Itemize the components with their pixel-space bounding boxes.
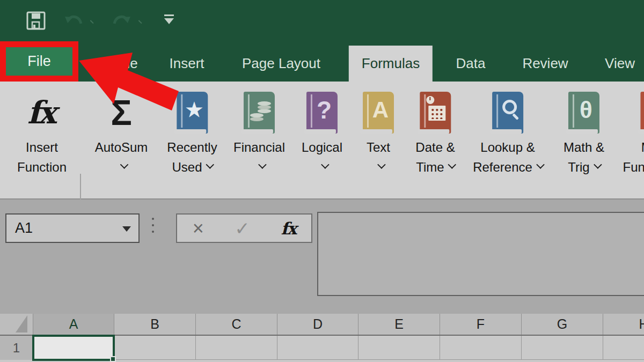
worksheet: ABCDEFGH 1: [0, 314, 644, 362]
cell-f1[interactable]: [440, 336, 522, 360]
tab-home[interactable]: Home: [98, 46, 140, 82]
ribbon-item-recently-used[interactable]: ★RecentlyUsed: [167, 88, 217, 177]
ribbon-item-label: Date &: [415, 137, 455, 157]
ribbon-item-label: Reference: [473, 157, 543, 177]
chevron-down-icon: [258, 160, 267, 169]
ribbon-item-label: AutoSum: [95, 137, 148, 157]
redo-icon[interactable]: [111, 12, 132, 30]
ribbon-item-logical[interactable]: ?Logical: [302, 88, 342, 177]
ribbon-item-lookup-reference[interactable]: Lookup &Reference: [473, 88, 543, 177]
chevron-down-icon: [448, 160, 457, 169]
book-question-icon: ?: [306, 92, 338, 134]
chevron-down-icon: [120, 160, 129, 169]
ribbon-item-label: Financial: [233, 137, 285, 157]
ribbon-formulas: fxInsertFunctionΣAutoSum★RecentlyUsedFin…: [0, 82, 644, 200]
tab-review[interactable]: Review: [520, 46, 570, 82]
ribbon-item-financial[interactable]: Financial: [233, 88, 285, 177]
cancel-icon[interactable]: ×: [193, 217, 204, 240]
name-box[interactable]: A1: [5, 213, 140, 243]
excel-window: HomeInsertPage LayoutFormulasDataReviewV…: [0, 0, 644, 362]
insert-function-icon[interactable]: fx: [281, 219, 296, 238]
ribbon-item-label: [95, 157, 148, 177]
ribbon-item-label: [302, 157, 342, 177]
formula-bar-buttons: × ✓ fx: [176, 213, 312, 243]
column-header-d[interactable]: D: [277, 314, 358, 335]
fill-handle[interactable]: [110, 356, 116, 362]
column-header-h[interactable]: H: [603, 314, 644, 335]
ribbon-item-label: More: [623, 137, 644, 157]
file-tab-highlight-box: File: [0, 41, 78, 82]
tab-formulas[interactable]: Formulas: [349, 46, 433, 82]
ribbon-item-label: Text: [363, 137, 394, 157]
active-cell-A1[interactable]: [32, 335, 115, 361]
formula-bar-separator-dots: [152, 216, 154, 235]
book-coins-icon: [244, 92, 275, 134]
undo-dropdown-icon[interactable]: [91, 18, 97, 23]
ribbon-item-label: Logical: [302, 137, 342, 157]
column-header-e[interactable]: E: [358, 314, 440, 335]
ribbon-item-label: Insert: [17, 137, 67, 157]
formula-bar-input[interactable]: [317, 212, 644, 296]
book-search-icon: [492, 92, 523, 134]
chevron-down-icon: [206, 160, 215, 169]
quick-access-toolbar: [0, 0, 644, 42]
column-header-c[interactable]: C: [196, 314, 277, 335]
ribbon-item-insert-function[interactable]: fxInsertFunction: [17, 88, 67, 177]
sigma-icon: Σ: [111, 92, 132, 133]
undo-icon[interactable]: [63, 12, 85, 30]
ribbon-item-label: Recently: [167, 137, 217, 157]
ribbon-item-label: Function: [17, 157, 67, 177]
formula-bar-row: A1 × ✓ fx: [0, 200, 644, 314]
chevron-down-icon: [377, 160, 386, 169]
cell-c1[interactable]: [196, 336, 277, 360]
ribbon-item-text[interactable]: AText: [363, 88, 394, 177]
tab-data[interactable]: Data: [454, 46, 488, 82]
ribbon-item-math-trig[interactable]: θMath &Trig: [564, 88, 604, 177]
book-star-icon: ★: [177, 92, 208, 134]
column-header-b[interactable]: B: [114, 314, 196, 335]
column-header-g[interactable]: G: [522, 314, 603, 335]
chevron-down-icon: [594, 160, 602, 169]
cell-h1[interactable]: [603, 336, 644, 360]
ribbon-item-date-time[interactable]: Date &Time: [415, 88, 455, 177]
ribbon-item-more-functions[interactable]: MoreFunctions: [623, 88, 644, 177]
ribbon-item-label: [363, 157, 394, 177]
book-theta-icon: θ: [568, 92, 599, 134]
ribbon-item-label: Math &: [564, 137, 604, 157]
select-all-button[interactable]: [0, 314, 33, 335]
cell-b1[interactable]: [114, 336, 196, 360]
ribbon-item-label: Lookup &: [473, 137, 543, 157]
tab-view[interactable]: View: [603, 46, 637, 82]
enter-icon[interactable]: ✓: [235, 218, 250, 239]
cell-e1[interactable]: [358, 336, 440, 360]
select-all-triangle-icon: [16, 315, 27, 333]
save-icon[interactable]: [26, 11, 46, 31]
ribbon-item-label: Trig: [564, 157, 604, 177]
cell-d1[interactable]: [277, 336, 358, 360]
tab-insert[interactable]: Insert: [167, 46, 206, 82]
book-calendar-icon: [420, 92, 451, 134]
ribbon-item-label: Used: [167, 157, 217, 177]
titlebar: HomeInsertPage LayoutFormulasDataReviewV…: [0, 0, 644, 82]
book-letter-a-icon: A: [363, 92, 394, 134]
cell-g1[interactable]: [522, 336, 603, 360]
column-header-a[interactable]: A: [33, 314, 114, 335]
tab-file[interactable]: File: [6, 47, 72, 76]
redo-dropdown-icon[interactable]: [140, 18, 145, 23]
book-more-icon: [640, 92, 644, 134]
name-box-dropdown-icon[interactable]: [122, 226, 131, 232]
ribbon-item-autosum[interactable]: ΣAutoSum: [95, 88, 148, 177]
fx-icon: fx: [27, 94, 57, 131]
ribbon-item-label: Time: [415, 157, 455, 177]
ribbon-item-label: Functions: [623, 157, 644, 177]
chevron-down-icon: [321, 160, 330, 169]
name-box-value: A1: [15, 220, 33, 237]
row-header-1[interactable]: 1: [0, 336, 33, 360]
chevron-down-icon: [536, 160, 545, 169]
column-header-f[interactable]: F: [440, 314, 522, 335]
tab-page-layout[interactable]: Page Layout: [240, 46, 323, 82]
ribbon-item-label: [233, 157, 285, 177]
